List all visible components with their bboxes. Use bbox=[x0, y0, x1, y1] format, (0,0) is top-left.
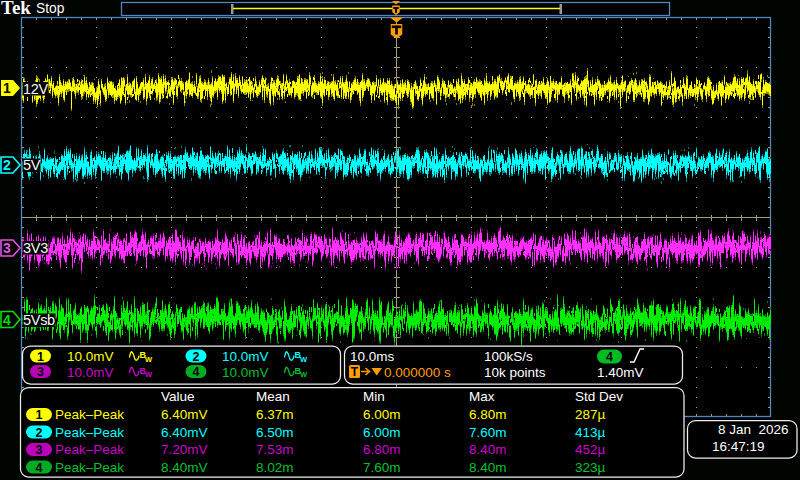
svg-text:8 Jan 2026: 8 Jan 2026 bbox=[718, 422, 789, 437]
svg-text:7.20mV: 7.20mV bbox=[161, 442, 208, 457]
svg-text:Mean: Mean bbox=[256, 389, 290, 404]
svg-text:2: 2 bbox=[193, 350, 200, 364]
svg-text:Value: Value bbox=[161, 389, 195, 404]
svg-text:10.0mV: 10.0mV bbox=[67, 365, 114, 380]
svg-text:3: 3 bbox=[36, 443, 43, 457]
svg-text:323µ: 323µ bbox=[575, 460, 606, 475]
svg-text:T: T bbox=[351, 365, 359, 379]
svg-text:2: 2 bbox=[3, 157, 11, 173]
svg-text:7.60m: 7.60m bbox=[363, 460, 401, 475]
svg-text:2: 2 bbox=[36, 426, 43, 440]
svg-text:Peak–Peak: Peak–Peak bbox=[55, 407, 124, 422]
svg-text:452µ: 452µ bbox=[575, 442, 606, 457]
svg-text:Peak–Peak: Peak–Peak bbox=[55, 460, 124, 475]
svg-text:6.00m: 6.00m bbox=[363, 425, 401, 440]
svg-text:Peak–Peak: Peak–Peak bbox=[55, 442, 124, 457]
svg-text:W: W bbox=[300, 355, 308, 364]
svg-text:16:47:19: 16:47:19 bbox=[712, 439, 765, 454]
svg-text:8.40mV: 8.40mV bbox=[161, 460, 208, 475]
svg-text:0.000000 s: 0.000000 s bbox=[384, 365, 451, 380]
svg-text:Peak–Peak: Peak–Peak bbox=[55, 425, 124, 440]
svg-text:Tek: Tek bbox=[1, 0, 31, 18]
svg-text:1: 1 bbox=[36, 408, 43, 422]
svg-text:W: W bbox=[300, 370, 308, 379]
svg-text:Stop: Stop bbox=[36, 1, 65, 16]
svg-text:1: 1 bbox=[3, 80, 11, 96]
svg-text:287µ: 287µ bbox=[575, 407, 606, 422]
svg-text:8.40m: 8.40m bbox=[469, 442, 507, 457]
svg-text:10k points: 10k points bbox=[484, 365, 546, 380]
svg-text:10.0ms: 10.0ms bbox=[350, 349, 395, 364]
svg-text:7.60m: 7.60m bbox=[469, 425, 507, 440]
svg-text:6.37m: 6.37m bbox=[256, 407, 294, 422]
svg-text:5Vsb: 5Vsb bbox=[23, 312, 55, 328]
svg-text:1.40mV: 1.40mV bbox=[597, 365, 644, 380]
svg-text:3V3: 3V3 bbox=[23, 240, 48, 256]
svg-text:6.40mV: 6.40mV bbox=[161, 425, 208, 440]
svg-text:4: 4 bbox=[193, 365, 200, 379]
svg-text:12V: 12V bbox=[23, 81, 49, 97]
svg-text:4: 4 bbox=[36, 461, 43, 475]
svg-text:3: 3 bbox=[3, 240, 11, 256]
svg-text:413µ: 413µ bbox=[575, 425, 606, 440]
svg-text:3: 3 bbox=[37, 365, 44, 379]
svg-text:W: W bbox=[145, 370, 153, 379]
svg-text:5V: 5V bbox=[23, 157, 41, 173]
svg-text:4: 4 bbox=[3, 312, 11, 328]
svg-text:7.53m: 7.53m bbox=[256, 442, 294, 457]
svg-text:6.00m: 6.00m bbox=[363, 407, 401, 422]
svg-text:6.50m: 6.50m bbox=[256, 425, 294, 440]
svg-text:6.80m: 6.80m bbox=[469, 407, 507, 422]
svg-text:10.0mV: 10.0mV bbox=[222, 349, 269, 364]
svg-text:1: 1 bbox=[37, 350, 44, 364]
svg-text:Min: Min bbox=[363, 389, 385, 404]
svg-text:8.02m: 8.02m bbox=[256, 460, 294, 475]
svg-text:W: W bbox=[145, 355, 153, 364]
svg-text:100kS/s: 100kS/s bbox=[484, 349, 533, 364]
svg-text:4: 4 bbox=[606, 350, 613, 364]
svg-text:10.0mV: 10.0mV bbox=[67, 349, 114, 364]
svg-text:6.40mV: 6.40mV bbox=[161, 407, 208, 422]
svg-text:6.80m: 6.80m bbox=[363, 442, 401, 457]
svg-text:10.0mV: 10.0mV bbox=[222, 365, 269, 380]
svg-text:Max: Max bbox=[469, 389, 495, 404]
svg-text:8.40m: 8.40m bbox=[469, 460, 507, 475]
svg-text:Std Dev: Std Dev bbox=[575, 389, 623, 404]
